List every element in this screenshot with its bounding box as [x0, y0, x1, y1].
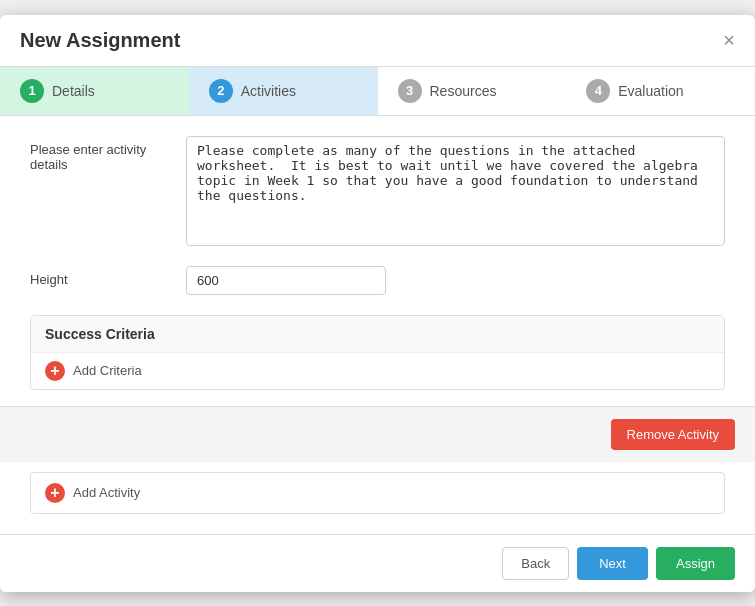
height-row: Height [30, 266, 725, 295]
remove-activity-bar: Remove Activity [0, 406, 755, 462]
add-activity-button[interactable]: + Add Activity [30, 472, 725, 514]
height-label: Height [30, 266, 170, 287]
step-2-label: Activities [241, 83, 296, 99]
close-button[interactable]: × [723, 30, 735, 50]
assign-button[interactable]: Assign [656, 547, 735, 580]
new-assignment-modal: New Assignment × 1 Details 2 Activities … [0, 15, 755, 592]
step-activities[interactable]: 2 Activities [189, 67, 378, 115]
success-criteria-box: Success Criteria + Add Criteria [30, 315, 725, 390]
remove-activity-button[interactable]: Remove Activity [611, 419, 735, 450]
add-criteria-icon: + [45, 361, 65, 381]
modal-header: New Assignment × [0, 15, 755, 67]
steps-bar: 1 Details 2 Activities 3 Resources 4 Eva… [0, 67, 755, 116]
step-2-num: 2 [209, 79, 233, 103]
step-1-num: 1 [20, 79, 44, 103]
step-4-num: 4 [586, 79, 610, 103]
activity-details-input[interactable]: Please complete as many of the questions… [186, 136, 725, 246]
step-4-label: Evaluation [618, 83, 683, 99]
activity-details-row: Please enter activity details Please com… [30, 136, 725, 246]
step-details[interactable]: 1 Details [0, 67, 189, 115]
activity-details-label: Please enter activity details [30, 136, 170, 172]
add-activity-label: Add Activity [73, 485, 140, 500]
modal-footer: Back Next Assign [0, 534, 755, 592]
back-button[interactable]: Back [502, 547, 569, 580]
next-button[interactable]: Next [577, 547, 648, 580]
modal-body: Please enter activity details Please com… [0, 116, 755, 534]
add-criteria-button[interactable]: + Add Criteria [31, 353, 724, 389]
height-input[interactable] [186, 266, 386, 295]
step-3-label: Resources [430, 83, 497, 99]
modal-title: New Assignment [20, 29, 180, 52]
step-evaluation[interactable]: 4 Evaluation [566, 67, 755, 115]
add-activity-icon: + [45, 483, 65, 503]
step-resources[interactable]: 3 Resources [378, 67, 567, 115]
add-criteria-label: Add Criteria [73, 363, 142, 378]
success-criteria-header: Success Criteria [31, 316, 724, 353]
step-1-label: Details [52, 83, 95, 99]
step-3-num: 3 [398, 79, 422, 103]
